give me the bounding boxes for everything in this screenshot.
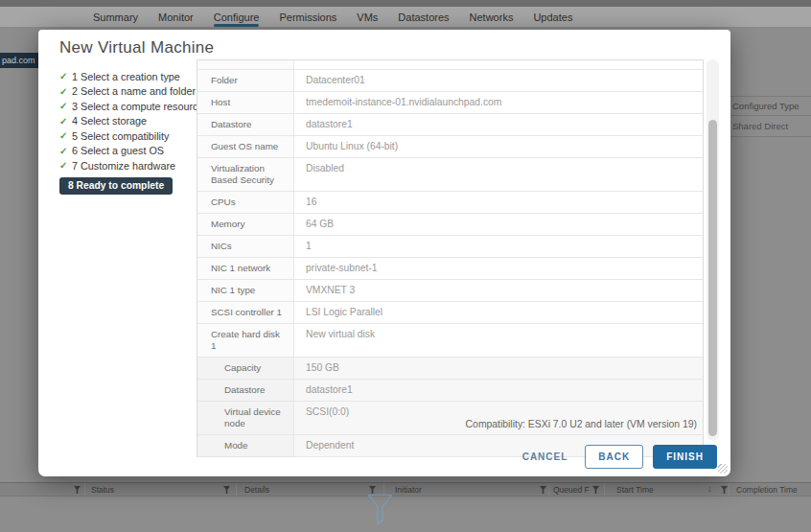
tab-permissions: Permissions [279, 7, 336, 28]
summary-row-value: tmedemoit-instance-01.nvidialaunchpad.co… [294, 92, 703, 113]
summary-row-value: 150 GB [294, 358, 703, 379]
tasks-column-initiator: Initiator [395, 485, 422, 495]
summary-row: Virtualization Based SecurityDisabled [197, 158, 703, 192]
summary-row-label: Folder [197, 70, 294, 91]
wizard-step-8[interactable]: 8 Ready to complete [59, 177, 213, 195]
summary-row: CPUs16 [197, 192, 703, 214]
summary-row-label: Datastore [197, 114, 294, 135]
filter-funnel-watermark [367, 493, 393, 527]
check-icon: ✓ [59, 101, 72, 111]
summary-row-label: Mode [197, 435, 294, 456]
filter-funnel-icon [74, 486, 81, 494]
tab-vms: VMs [357, 7, 378, 28]
table-row-partial [197, 60, 703, 70]
summary-row-label: NIC 1 type [197, 280, 294, 301]
tab-datastores: Datastores [398, 7, 449, 28]
tasks-column-start-time: Start Time [616, 485, 654, 495]
summary-row: Create hard disk 1New virtual disk [197, 324, 703, 358]
summary-row-value: New virtual disk [294, 324, 703, 357]
back-button[interactable]: BACK [585, 445, 643, 469]
wizard-step-label: 6 Select a guest OS [72, 145, 164, 156]
dialog-footer: CANCEL BACK FINISH [515, 445, 717, 469]
summary-row: Memory64 GB [197, 214, 703, 236]
wizard-step-1[interactable]: ✓1 Select a creation type [59, 69, 213, 84]
summary-row-value: 64 GB [294, 214, 703, 235]
summary-row-label: CPUs [197, 192, 294, 213]
ready-to-complete-summary-table: FolderDatacenter01Hosttmedemoit-instance… [197, 59, 704, 457]
scrollbar-thumb[interactable] [708, 120, 717, 436]
wizard-step-3[interactable]: ✓3 Select a compute resource [59, 99, 213, 114]
summary-row-label: Guest OS name [197, 136, 294, 157]
bg-table-line [730, 115, 811, 116]
summary-row: Datastoredatastore1 [197, 114, 703, 136]
tab-summary: Summary [93, 7, 138, 28]
wizard-step-label: 2 Select a name and folder [72, 85, 196, 97]
check-icon: ✓ [59, 71, 72, 81]
bg-table-line [730, 136, 811, 137]
summary-row-value: 16 [294, 192, 703, 213]
tasks-column-queued-f: Queued F [553, 485, 590, 495]
wizard-steps-nav: ✓1 Select a creation type✓2 Select a nam… [59, 69, 213, 195]
tab-monitor: Monitor [158, 7, 194, 28]
tab-updates: Updates [533, 7, 572, 28]
dialog-title: New Virtual Machine [59, 38, 214, 58]
wizard-step-label: 3 Select a compute resource [72, 101, 203, 112]
summary-row-label: SCSI controller 1 [197, 302, 294, 323]
summary-row: NICs1 [197, 236, 703, 258]
column-divider [604, 483, 605, 496]
bg-column-header: Configured Type [732, 101, 799, 111]
summary-row-value: Ubuntu Linux (64-bit) [294, 136, 703, 157]
check-icon: ✓ [59, 160, 72, 171]
wizard-step-2[interactable]: ✓2 Select a name and folder [59, 84, 213, 100]
summary-row-value: VMXNET 3 [294, 280, 703, 301]
wizard-step-6[interactable]: ✓6 Select a guest OS [59, 144, 213, 159]
column-divider [84, 483, 85, 496]
wizard-step-5[interactable]: ✓5 Select compatibility [59, 128, 213, 144]
summary-row: Datastoredatastore1 [197, 380, 703, 402]
summary-row-label: Memory [197, 214, 294, 235]
filter-funnel-icon [592, 486, 599, 494]
summary-row: Hosttmedemoit-instance-01.nvidialaunchpa… [197, 92, 703, 114]
column-divider [548, 483, 549, 496]
finish-button[interactable]: FINISH [653, 445, 717, 469]
filter-funnel-icon [721, 486, 728, 494]
column-divider [236, 483, 237, 496]
summary-row-label: Create hard disk 1 [197, 324, 294, 357]
compatibility-note: Compatibility: ESXi 7.0 U2 and later (VM… [197, 419, 697, 429]
summary-row-value: datastore1 [294, 114, 703, 135]
wizard-step-4[interactable]: ✓4 Select storage [59, 114, 213, 129]
wizard-step-label: 7 Customize hardware [72, 160, 175, 172]
tasks-column-details: Details [244, 485, 269, 495]
object-tabs-bar: SummaryMonitorConfigurePermissionsVMsDat… [0, 7, 811, 28]
wizard-step-label: 4 Select storage [72, 115, 147, 127]
summary-row: SCSI controller 1LSI Logic Parallel [197, 302, 703, 324]
tab-configure: Configure [214, 7, 260, 28]
summary-row-label: Capacity [197, 358, 294, 379]
summary-row-value: Disabled [294, 158, 703, 191]
summary-row: Capacity150 GB [197, 358, 703, 380]
wizard-step-7[interactable]: ✓7 Customize hardware [59, 158, 213, 173]
filter-funnel-icon [540, 486, 546, 494]
summary-row-value: 1 [294, 236, 703, 257]
new-vm-wizard-dialog: New Virtual Machine ✓1 Select a creation… [38, 30, 730, 476]
summary-row-value: LSI Logic Parallel [294, 302, 703, 323]
check-icon: ✓ [59, 86, 72, 97]
column-divider [729, 483, 730, 496]
bg-table-line [730, 96, 811, 97]
tasks-column-completion-time: Completion Time [736, 485, 798, 495]
wizard-step-active-pill: 8 Ready to complete [59, 177, 173, 195]
vsphere-screen: SummaryMonitorConfigurePermissionsVMsDat… [0, 0, 811, 532]
bg-cell-value: Shared Direct [732, 121, 788, 131]
cancel-button[interactable]: CANCEL [515, 451, 576, 462]
summary-row-value: datastore1 [294, 380, 703, 401]
summary-row: FolderDatacenter01 [197, 70, 703, 92]
tasks-column-status: Status [91, 485, 114, 495]
summary-row: NIC 1 typeVMXNET 3 [197, 280, 703, 302]
check-icon: ✓ [59, 146, 72, 156]
summary-row: NIC 1 networkprivate-subnet-1 [197, 258, 703, 280]
check-icon: ✓ [59, 130, 72, 141]
wizard-step-label: 5 Select compatibility [72, 130, 169, 142]
filter-funnel-icon [223, 486, 230, 494]
summary-row: Guest OS nameUbuntu Linux (64-bit) [197, 136, 703, 158]
resize-handle-icon[interactable] [718, 464, 728, 474]
